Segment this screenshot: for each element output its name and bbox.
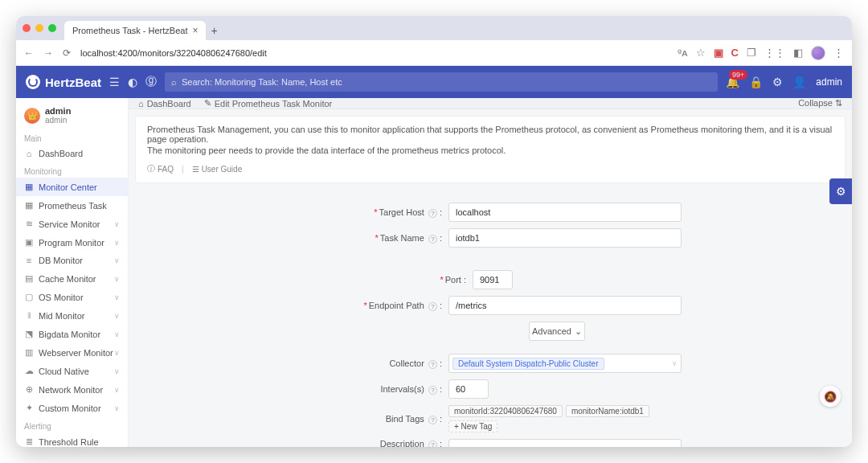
rule-icon: ≣	[24, 436, 34, 447]
section-main: Main	[16, 129, 128, 145]
sidebar-item-custom-monitor[interactable]: ✦Custom Monitor∨	[16, 399, 128, 417]
bookmark-icon[interactable]: ☆	[696, 47, 706, 59]
page-header: ⌂DashBoard ✎Edit Prometheus Task Monitor…	[129, 98, 852, 109]
puzzle-icon[interactable]: ⋮⋮	[764, 47, 785, 59]
brand-logo[interactable]: HertzBeat	[26, 75, 101, 89]
sidebar-item-cache-monitor[interactable]: ▤Cache Monitor∨	[16, 269, 128, 288]
tabs-icon[interactable]: ❐	[747, 47, 756, 59]
menu-icon[interactable]: ⋮	[833, 47, 844, 59]
intervals-input[interactable]	[448, 379, 489, 399]
task-name-input[interactable]	[448, 228, 682, 248]
username-label[interactable]: admin	[816, 76, 842, 88]
settings-icon[interactable]: ⚙	[772, 76, 783, 88]
back-icon[interactable]: ←	[24, 47, 34, 59]
cache-icon: ▤	[24, 273, 34, 284]
cloud-icon: ☁	[24, 366, 34, 376]
dashboard-icon: ⌂	[24, 149, 34, 158]
chevron-down-icon: ∨	[114, 367, 120, 375]
sidebar-item-mid-monitor[interactable]: ⫴Mid Monitor∨	[16, 306, 128, 325]
browser-tabbar: Prometheus Task - HertzBeat × +	[16, 16, 852, 40]
new-tab-button[interactable]: +	[211, 24, 217, 37]
window-maximize-icon[interactable]	[48, 24, 56, 32]
endpoint-path-input[interactable]	[448, 296, 682, 315]
add-tag-button[interactable]: + New Tag	[448, 420, 497, 432]
help-icon[interactable]: ?	[428, 386, 437, 395]
grid-icon: ▦	[24, 182, 34, 192]
chevron-down-icon: ∨	[114, 293, 120, 301]
chevron-down-icon: ∨	[114, 404, 120, 412]
help-icon[interactable]: ?	[428, 302, 437, 311]
chevron-down-icon: ∨	[672, 359, 678, 367]
sidebar-item-os-monitor[interactable]: ▢OS Monitor∨	[16, 288, 128, 306]
chevron-down-icon: ∨	[114, 220, 120, 228]
tab-dashboard[interactable]: ⌂DashBoard	[138, 98, 191, 109]
gitee-icon[interactable]: ⓖ	[145, 75, 157, 89]
faq-link[interactable]: ⓘ FAQ	[147, 163, 174, 174]
description-textarea[interactable]	[448, 439, 682, 447]
sidebar-item-service-monitor[interactable]: ≋Service Monitor∨	[16, 215, 128, 233]
sidebar-item-network-monitor[interactable]: ⊕Network Monitor∨	[16, 380, 128, 399]
sidebar-item-prometheus-task[interactable]: ▦Prometheus Task	[16, 196, 128, 215]
advanced-toggle[interactable]: Advanced ⌄	[529, 322, 585, 341]
tab-title: Prometheus Task - HertzBeat	[72, 26, 187, 35]
sidebar-item-monitor-center[interactable]: ▦Monitor Center	[16, 178, 128, 196]
help-icon[interactable]: ?	[428, 440, 437, 447]
search-icon: ⌕	[171, 77, 177, 87]
sidebar-item-dashboard[interactable]: ⌂DashBoard	[16, 145, 128, 162]
tag-monitor-name[interactable]: monitorName:iotdb1	[566, 405, 649, 417]
sidebar-user[interactable]: 👑 admin admin	[16, 101, 128, 129]
target-host-input[interactable]	[448, 203, 682, 222]
notifications-icon[interactable]: 🔔99+	[726, 76, 739, 88]
server-icon: ▥	[24, 347, 34, 358]
collapse-toggle[interactable]: Collapse ⇅	[798, 98, 842, 109]
bars-icon: ⫴	[24, 310, 34, 321]
app-icon: ▣	[24, 237, 34, 248]
chevron-down-icon: ∨	[114, 349, 120, 357]
profile-avatar-icon[interactable]	[811, 46, 825, 60]
close-icon[interactable]: ×	[192, 25, 198, 36]
chevron-down-icon: ∨	[114, 330, 120, 338]
tag-monitor-id[interactable]: monitorId:322040806247680	[448, 405, 563, 417]
browser-tab[interactable]: Prometheus Task - HertzBeat ×	[64, 21, 206, 40]
section-alerting: Alerting	[16, 417, 128, 432]
sidepanel-icon[interactable]: ◧	[793, 47, 803, 59]
port-input[interactable]	[473, 270, 513, 289]
avatar: 👑	[24, 108, 40, 124]
url-field[interactable]: localhost:4200/monitors/322040806247680/…	[80, 48, 668, 58]
chevron-down-icon: ∨	[114, 312, 120, 320]
lock-icon[interactable]: 🔒	[749, 76, 763, 88]
sidebar-item-bigdata-monitor[interactable]: ⬔Bigdata Monitor∨	[16, 325, 128, 343]
window-close-icon[interactable]	[23, 24, 31, 32]
translate-icon[interactable]: ᵍᴀ	[678, 47, 688, 59]
extension-c-icon[interactable]: C	[731, 47, 739, 59]
database-icon: ≡	[24, 256, 34, 265]
tab-edit-monitor[interactable]: ✎Edit Prometheus Task Monitor	[204, 98, 333, 109]
chevron-down-icon: ∨	[114, 386, 120, 394]
window-minimize-icon[interactable]	[35, 24, 43, 32]
monitor-form: *Target Host ? : *Task Name ? : *Port : …	[135, 190, 845, 447]
help-icon[interactable]: ?	[428, 360, 437, 369]
menu-collapse-icon[interactable]: ☰	[109, 76, 120, 88]
settings-float-icon[interactable]: ⚙	[829, 178, 852, 204]
user-guide-link[interactable]: ☰ User Guide	[192, 163, 243, 174]
collector-select[interactable]: Default System Dispatch-Public Cluster ∨	[448, 354, 682, 373]
sidebar-item-threshold-rule[interactable]: ≣Threshold Rule	[16, 432, 128, 447]
help-icon[interactable]: ?	[428, 235, 437, 244]
layers-icon: ≋	[24, 219, 34, 229]
help-icon[interactable]: ?	[428, 209, 437, 218]
user-icon[interactable]: 👤	[792, 76, 806, 88]
github-icon[interactable]: ◐	[128, 76, 137, 88]
sidebar-item-db-monitor[interactable]: ≡DB Monitor∨	[16, 252, 128, 269]
sidebar-item-cloud-native[interactable]: ☁Cloud Native∨	[16, 362, 128, 380]
sidebar-item-program-monitor[interactable]: ▣Program Monitor∨	[16, 233, 128, 252]
extension-icon[interactable]: ▣	[714, 47, 723, 59]
search-input[interactable]: ⌕ Search: Monitoring Task: Name, Host et…	[165, 72, 718, 92]
forward-icon[interactable]: →	[43, 47, 53, 59]
app-header: HertzBeat ☰ ◐ ⓖ ⌕ Search: Monitoring Tas…	[16, 66, 852, 98]
edit-icon: ✎	[204, 98, 211, 109]
chevron-down-icon: ∨	[114, 256, 120, 264]
help-icon[interactable]: ?	[428, 416, 437, 424]
reload-icon[interactable]: ⟳	[63, 47, 71, 59]
mute-float-icon[interactable]: 🔕	[820, 386, 841, 407]
sidebar-item-webserver-monitor[interactable]: ▥Webserver Monitor∨	[16, 343, 128, 362]
